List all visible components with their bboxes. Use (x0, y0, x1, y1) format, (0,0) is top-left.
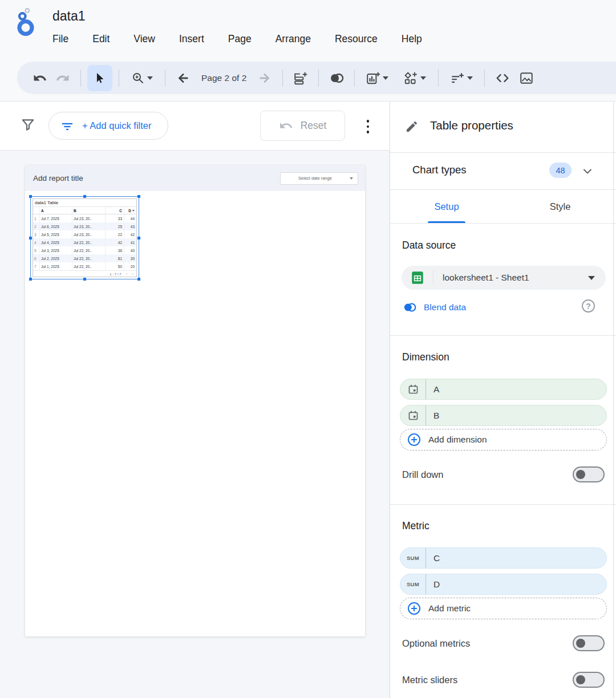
table-chart[interactable]: data1 Table A B C D 1 Jul 7, 2025 Jul 23… (33, 198, 137, 277)
column-header-b[interactable]: B (72, 207, 106, 214)
chart-types-section[interactable]: Chart types 48 (390, 153, 616, 190)
chevron-down-icon[interactable] (581, 164, 594, 178)
table-row: 4 Jul 4, 2025 Jul 22, 20.. 42 41 (33, 238, 136, 246)
resize-handle[interactable] (83, 195, 86, 198)
resize-handle[interactable] (29, 195, 32, 198)
add-quick-filter-button[interactable]: + Add quick filter (48, 112, 168, 140)
add-filter-button[interactable] (445, 66, 478, 91)
add-data-icon (293, 71, 308, 86)
drill-down-toggle[interactable] (573, 466, 605, 482)
quick-filter-bar: + Add quick filter Reset (0, 102, 390, 151)
metric-field-label: C (433, 553, 440, 563)
menu-item-resource[interactable]: Resource (335, 33, 378, 45)
panel-scrollbar[interactable] (613, 102, 614, 698)
zoom-icon (131, 71, 145, 85)
menu-item-insert[interactable]: Insert (179, 33, 204, 45)
more-options-button[interactable] (362, 114, 374, 139)
toolbar-divider (80, 70, 81, 87)
resize-handle[interactable] (137, 237, 140, 240)
data-source-selector[interactable]: lookersheet1 - Sheet1 (402, 266, 606, 290)
report-title[interactable]: data1 (52, 9, 86, 24)
sort-desc-icon (132, 210, 135, 212)
menubar: File Edit View Insert Page Arrange Resou… (52, 33, 422, 45)
resize-handle[interactable] (29, 237, 32, 240)
chevron-down-icon (350, 177, 353, 180)
reset-button[interactable]: Reset (260, 111, 345, 141)
chevron-down-icon (420, 76, 426, 80)
add-control-button[interactable] (398, 66, 432, 91)
blend-icon (402, 300, 417, 315)
menu-item-page[interactable]: Page (228, 33, 252, 45)
toolbar-divider (354, 70, 355, 87)
tab-setup[interactable]: Setup (390, 190, 503, 223)
add-chart-icon (366, 71, 380, 86)
table-row: 5 Jul 3, 2025 Jul 22, 20.. 36 40 (33, 246, 136, 254)
image-icon (519, 71, 534, 86)
column-header-c[interactable]: C (106, 207, 124, 214)
help-icon[interactable]: ? (582, 299, 595, 313)
page-prev-icon[interactable]: ‹ (126, 272, 128, 277)
chevron-down-icon (467, 76, 473, 80)
blend-data-button[interactable]: Blend data (402, 298, 466, 317)
metric-sliders-toggle[interactable] (573, 672, 605, 688)
add-page-button[interactable] (289, 66, 312, 91)
menu-item-file[interactable]: File (52, 33, 68, 45)
page-next-icon[interactable]: › (132, 272, 133, 277)
add-chart-button[interactable] (361, 66, 393, 91)
dimension-heading: Dimension (402, 351, 449, 363)
dimension-field-a[interactable]: A (400, 379, 607, 400)
funnel-icon (21, 117, 35, 132)
add-metric-button[interactable]: Add metric (400, 598, 607, 619)
calendar-icon (400, 405, 426, 425)
code-icon (495, 70, 510, 86)
dimension-field-label: A (433, 384, 439, 395)
previous-page-button[interactable] (172, 66, 194, 91)
column-header-a[interactable]: A (40, 207, 72, 214)
optional-metrics-toggle[interactable] (573, 635, 605, 651)
toolbar-divider (282, 70, 283, 87)
metric-field-label: D (433, 579, 440, 590)
menu-item-edit[interactable]: Edit (92, 33, 110, 45)
aggregation-label[interactable]: SUM (400, 548, 426, 568)
add-filter-icon (450, 71, 465, 86)
page-indicator[interactable]: Page 2 of 2 (201, 73, 246, 83)
chart-types-label: Chart types (412, 164, 467, 176)
redo-button[interactable] (51, 66, 74, 91)
toolbar-divider (119, 70, 119, 87)
blend-icon (329, 70, 345, 86)
zoom-tool-button[interactable] (125, 66, 159, 91)
table-pagination: 1 - 7 / 7 ‹ › (33, 270, 136, 277)
chart-types-count-badge: 48 (549, 163, 572, 178)
blend-data-button[interactable] (325, 66, 348, 91)
resize-handle[interactable] (137, 278, 140, 281)
drill-down-row: Drill down (402, 464, 605, 485)
table-row: 3 Jul 5, 2025 Jul 23, 20.. 22 42 (33, 230, 136, 238)
menu-item-view[interactable]: View (133, 33, 155, 45)
resize-handle[interactable] (137, 195, 140, 198)
add-image-button[interactable] (515, 66, 538, 91)
dimension-field-b[interactable]: B (400, 405, 607, 426)
add-dimension-button[interactable]: Add dimension (400, 429, 607, 451)
report-canvas[interactable]: Add report title Select date range data1… (0, 151, 390, 698)
resize-handle[interactable] (83, 278, 86, 281)
metric-field-d[interactable]: SUM D (400, 574, 607, 595)
report-page[interactable]: Add report title Select date range data1… (25, 165, 365, 636)
aggregation-label[interactable]: SUM (400, 574, 426, 594)
column-header-d[interactable]: D (124, 207, 136, 214)
toolbar-divider (438, 70, 439, 87)
report-title-placeholder[interactable]: Add report title (33, 174, 83, 182)
panel-tabs: Setup Style (390, 190, 616, 224)
undo-button[interactable] (29, 66, 51, 91)
menu-item-help[interactable]: Help (402, 33, 422, 45)
next-page-button[interactable] (253, 66, 276, 91)
active-tab-indicator (428, 221, 465, 223)
menu-item-arrange[interactable]: Arrange (275, 33, 311, 45)
date-range-control[interactable]: Select date range (280, 172, 358, 185)
tab-style[interactable]: Style (504, 190, 616, 223)
metric-field-c[interactable]: SUM C (400, 547, 607, 569)
select-tool-button[interactable] (87, 65, 112, 91)
toolbar-divider (165, 70, 165, 87)
resize-handle[interactable] (29, 278, 32, 281)
dimension-field-label: B (433, 411, 439, 421)
embed-code-button[interactable] (491, 66, 514, 91)
